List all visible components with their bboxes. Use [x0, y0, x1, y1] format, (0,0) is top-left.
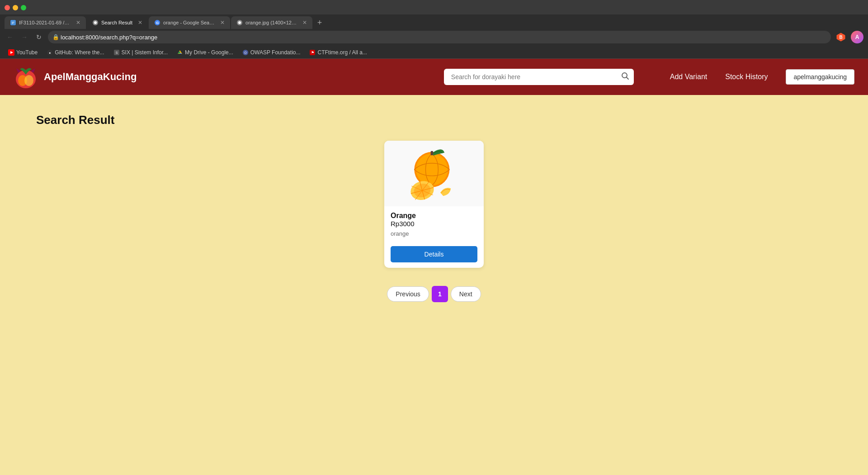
maximize-button[interactable] — [21, 5, 26, 10]
bookmark-youtube[interactable]: YouTube — [5, 48, 41, 57]
six-favicon: S — [113, 49, 120, 56]
next-button[interactable]: Next — [451, 286, 481, 302]
previous-button[interactable]: Previous — [387, 286, 429, 302]
bookmark-drive[interactable]: My Drive - Google... — [173, 48, 237, 57]
svg-rect-32 — [431, 151, 434, 155]
product-card-body: Orange Rp3000 orange Details — [384, 206, 484, 268]
bookmark-ctftime[interactable]: ⚑ CTFtime.org / All a... — [306, 48, 370, 57]
address-bar-wrapper: 🔒 — [48, 31, 831, 43]
tab-favicon-4 — [236, 19, 243, 26]
pagination: Previous 1 Next — [36, 286, 832, 302]
product-name: Orange — [391, 212, 477, 220]
tab-favicon-2 — [92, 19, 99, 26]
bookmark-drive-label: My Drive - Google... — [185, 49, 233, 56]
add-variant-link[interactable]: Add Variant — [670, 73, 707, 81]
traffic-lights — [5, 5, 26, 10]
bookmarks-bar: YouTube ● GitHub: Where the... S SIX | S… — [0, 46, 868, 59]
svg-text:O: O — [244, 51, 247, 54]
bookmark-github-label: GitHub: Where the... — [55, 49, 104, 56]
browser-profile-icon[interactable]: A — [851, 31, 863, 43]
bookmark-six[interactable]: S SIX | Sistem Infor... — [110, 48, 172, 57]
page-content: Search Result — [0, 95, 868, 434]
forward-button[interactable]: → — [19, 32, 30, 43]
app-logo[interactable] — [14, 65, 38, 90]
tab-favicon-3: G — [154, 19, 160, 26]
stock-history-link[interactable]: Stock History — [725, 73, 768, 81]
svg-text:●: ● — [49, 51, 51, 54]
page-title: Search Result — [36, 113, 832, 127]
bookmark-youtube-label: YouTube — [16, 49, 38, 56]
address-lock-icon: 🔒 — [52, 34, 59, 40]
minimize-button[interactable] — [13, 5, 18, 10]
svg-text:S: S — [115, 51, 118, 54]
tab-close-4[interactable]: ✕ — [300, 19, 307, 26]
ctftime-favicon: ⚑ — [309, 49, 316, 56]
product-card-image — [384, 141, 484, 206]
browser-title-bar — [0, 0, 868, 14]
bookmark-owasp-label: OWASP Foundatio... — [250, 49, 301, 56]
svg-point-31 — [416, 153, 448, 185]
browser-tab-3[interactable]: G orange - Google Search ✕ — [149, 16, 230, 29]
svg-point-25 — [24, 75, 33, 86]
product-card: Orange Rp3000 orange Details — [384, 141, 484, 268]
browser-tab-4[interactable]: orange.jpg (1400×1249) ✕ — [231, 16, 312, 29]
product-image-orange — [405, 144, 463, 203]
tab-close-3[interactable]: ✕ — [217, 19, 225, 26]
drive-favicon — [177, 49, 183, 56]
search-input[interactable] — [444, 69, 634, 85]
product-tag: orange — [391, 230, 477, 237]
tab-close-1[interactable]: ✕ — [73, 19, 80, 26]
tabs-bar: IF IF3110-2021-01-69 / Tugas Besar 1 ✕ S… — [0, 14, 868, 29]
bookmark-ctftime-label: CTFtime.org / All a... — [317, 49, 367, 56]
header-nav: Add Variant Stock History apelmanggakuci… — [670, 69, 854, 85]
tab-label-2: Search Result — [101, 20, 132, 25]
address-input[interactable] — [48, 31, 831, 43]
tab-label-4: orange.jpg (1400×1249) — [245, 20, 297, 25]
svg-point-3 — [94, 21, 97, 24]
user-button[interactable]: apelmanggakucing — [786, 69, 854, 85]
logo-area: ApelManggaKucing — [14, 65, 137, 90]
svg-point-7 — [238, 21, 241, 24]
reload-button[interactable]: ↻ — [33, 32, 44, 43]
app-name: ApelManggaKucing — [44, 71, 137, 83]
brave-icon: B — [835, 31, 847, 43]
tab-label-1: IF3110-2021-01-69 / Tugas Besar 1 — [19, 20, 71, 25]
owasp-favicon: O — [242, 49, 249, 56]
details-button[interactable]: Details — [391, 246, 477, 262]
tab-favicon-1: IF — [10, 19, 16, 26]
tab-label-3: orange - Google Search — [163, 20, 215, 25]
back-button[interactable]: ← — [5, 32, 15, 43]
tab-close-2[interactable]: ✕ — [135, 19, 142, 26]
svg-text:G: G — [156, 21, 159, 25]
app-header: ApelManggaKucing Add Variant Stock Histo… — [0, 59, 868, 95]
page-number-1[interactable]: 1 — [432, 286, 448, 302]
browser-tab-1[interactable]: IF IF3110-2021-01-69 / Tugas Besar 1 ✕ — [5, 16, 86, 29]
cards-area: Orange Rp3000 orange Details — [36, 141, 832, 268]
svg-text:B: B — [839, 35, 842, 40]
bookmark-six-label: SIX | Sistem Infor... — [122, 49, 168, 56]
browser-tab-2[interactable]: Search Result ✕ — [87, 16, 148, 29]
browser-chrome: IF IF3110-2021-01-69 / Tugas Besar 1 ✕ S… — [0, 0, 868, 59]
browser-address-bar: ← → ↻ 🔒 B A — [0, 29, 868, 46]
new-tab-button[interactable]: + — [313, 16, 326, 29]
product-price: Rp3000 — [391, 220, 477, 228]
svg-line-29 — [626, 77, 628, 80]
bookmark-github[interactable]: ● GitHub: Where the... — [43, 48, 108, 57]
search-bar-wrapper — [444, 69, 634, 85]
bookmark-owasp[interactable]: O OWASP Foundatio... — [239, 48, 304, 57]
search-button[interactable] — [621, 72, 629, 82]
close-button[interactable] — [5, 5, 10, 10]
github-favicon: ● — [47, 49, 53, 56]
svg-text:IF: IF — [12, 21, 14, 24]
svg-text:⚑: ⚑ — [311, 51, 314, 55]
youtube-favicon — [8, 49, 14, 56]
